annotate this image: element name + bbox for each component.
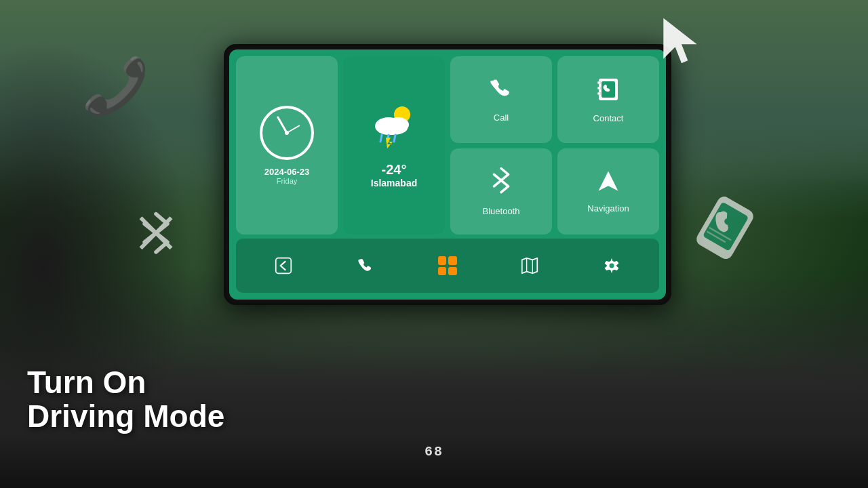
nav-settings-button[interactable] bbox=[596, 254, 627, 277]
svg-marker-4 bbox=[663, 18, 696, 64]
navigation-icon bbox=[596, 169, 620, 199]
weather-card[interactable]: -24° Islamabad bbox=[343, 56, 445, 235]
nav-phone-button[interactable] bbox=[350, 254, 381, 277]
screen-bezel: 2024-06-23 Friday bbox=[224, 44, 671, 305]
svg-marker-27 bbox=[522, 258, 538, 274]
weather-temp: -24° bbox=[382, 162, 407, 178]
main-grid: 2024-06-23 Friday bbox=[236, 56, 659, 235]
svg-marker-16 bbox=[386, 138, 393, 148]
call-card[interactable]: Call bbox=[450, 56, 552, 143]
car-screen: 2024-06-23 Friday bbox=[229, 49, 666, 300]
contact-label: Contact bbox=[593, 113, 624, 123]
call-label: Call bbox=[494, 113, 509, 123]
contact-icon bbox=[595, 76, 622, 109]
nav-back-button[interactable] bbox=[268, 254, 299, 277]
bottom-text-line1: Turn On bbox=[27, 365, 224, 400]
svg-marker-24 bbox=[599, 171, 618, 191]
svg-line-15 bbox=[394, 135, 395, 142]
bottom-nav-bar bbox=[236, 239, 659, 293]
svg-line-13 bbox=[380, 135, 382, 142]
svg-rect-20 bbox=[597, 87, 601, 89]
bottom-text-block: Turn On Driving Mode bbox=[27, 365, 224, 434]
temp-display: 68 bbox=[425, 444, 443, 460]
weather-city: Islamabad bbox=[371, 178, 417, 188]
svg-rect-19 bbox=[597, 81, 601, 84]
clock-day: Friday bbox=[277, 177, 298, 185]
apps-grid-icon bbox=[438, 256, 457, 275]
apps-dot-2 bbox=[448, 256, 457, 265]
svg-point-12 bbox=[378, 121, 408, 135]
apps-dot-4 bbox=[448, 267, 457, 276]
deco-bluetooth-left-icon bbox=[132, 210, 180, 284]
bluetooth-card[interactable]: Bluetooth bbox=[450, 148, 552, 235]
deco-cursor-icon bbox=[658, 14, 705, 77]
svg-point-31 bbox=[609, 264, 614, 268]
svg-line-23 bbox=[494, 180, 501, 186]
apps-dot-1 bbox=[438, 256, 447, 265]
bluetooth-label: Bluetooth bbox=[483, 206, 520, 216]
svg-line-22 bbox=[494, 175, 501, 181]
call-icon bbox=[488, 77, 514, 108]
navigation-label: Navigation bbox=[587, 203, 629, 214]
navigation-card[interactable]: Navigation bbox=[557, 148, 659, 235]
contact-card[interactable]: Contact bbox=[557, 56, 659, 143]
deco-phone-left-icon: 📞 bbox=[81, 54, 149, 118]
weather-icon bbox=[367, 102, 421, 158]
clock-icon bbox=[260, 106, 314, 160]
nav-maps-button[interactable] bbox=[514, 254, 545, 277]
svg-rect-21 bbox=[597, 92, 601, 95]
apps-dot-3 bbox=[438, 267, 447, 276]
clock-card[interactable]: 2024-06-23 Friday bbox=[236, 56, 338, 235]
nav-apps-button[interactable] bbox=[431, 253, 464, 278]
clock-date: 2024-06-23 bbox=[264, 167, 310, 177]
bluetooth-icon bbox=[489, 166, 513, 202]
bottom-text-line2: Driving Mode bbox=[27, 399, 224, 434]
